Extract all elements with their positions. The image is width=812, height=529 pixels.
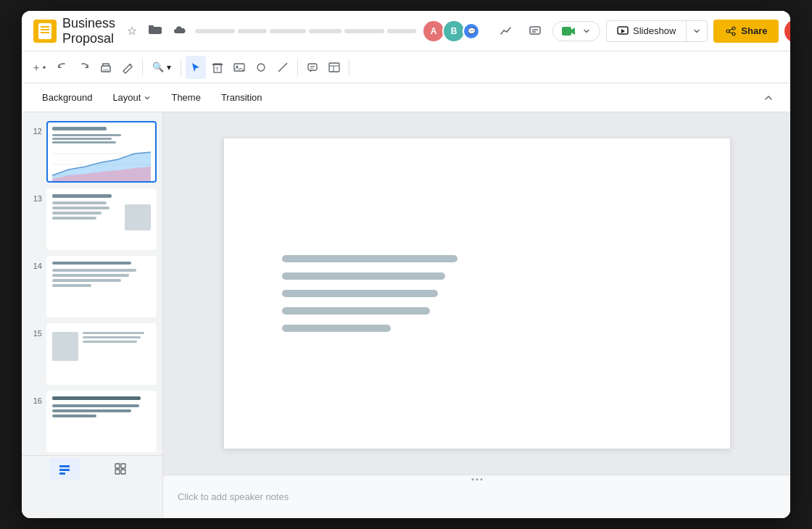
comment-tool[interactable] <box>302 56 323 79</box>
slides-panel-bottom <box>22 455 162 481</box>
slides-panel: 12 <box>22 112 163 518</box>
layout-button[interactable]: Layout <box>104 88 160 107</box>
toolbar-divider-4 <box>349 59 349 76</box>
toolbar-divider-3 <box>297 59 298 76</box>
svg-point-8 <box>726 30 729 33</box>
notes-drag-handle[interactable] <box>468 475 485 483</box>
slide-content-line-3 <box>282 290 438 297</box>
shape-tool[interactable] <box>251 56 271 79</box>
slide-item-13[interactable]: 13 <box>22 186 162 253</box>
undo-button[interactable] <box>52 56 72 79</box>
slide-thumbnail-12[interactable] <box>46 121 157 183</box>
list-view-button[interactable] <box>49 458 80 480</box>
svg-line-20 <box>278 63 287 72</box>
editing-toolbar: + <box>22 51 790 83</box>
svg-line-10 <box>729 29 732 30</box>
menu-pill-file <box>195 29 235 33</box>
transition-button[interactable]: Transition <box>212 88 271 107</box>
share-button[interactable]: Share <box>713 20 779 43</box>
svg-rect-2 <box>530 27 540 34</box>
print-button[interactable] <box>96 56 116 79</box>
slide-item-14[interactable]: 14 <box>22 253 162 320</box>
layout-tool[interactable] <box>324 56 344 79</box>
zoom-select[interactable]: 🔍 ▾ <box>147 58 176 76</box>
svg-point-7 <box>732 27 735 30</box>
text-tool[interactable]: T <box>207 56 228 79</box>
svg-rect-36 <box>121 470 125 474</box>
slide-15-image <box>52 332 78 361</box>
redo-button[interactable] <box>74 56 94 79</box>
slide-number-12: 12 <box>28 127 42 136</box>
svg-rect-1 <box>149 25 154 28</box>
meet-button[interactable] <box>552 21 600 41</box>
slide-thumbnail-15[interactable] <box>46 323 157 385</box>
collapse-panel-button[interactable] <box>758 86 779 109</box>
svg-text:T: T <box>215 66 219 72</box>
slide-13-image <box>125 204 151 230</box>
slide-number-13: 13 <box>28 194 42 203</box>
svg-line-11 <box>729 32 732 33</box>
slide-view: Click to add speaker notes <box>163 112 790 518</box>
header-actions: Slideshow Share <box>494 20 790 43</box>
toolbar-divider-1 <box>142 59 143 76</box>
background-button[interactable]: Background <box>33 88 101 107</box>
toolbar-divider-2 <box>181 59 181 76</box>
slide-item-12[interactable]: 12 <box>22 118 162 186</box>
svg-point-19 <box>257 64 265 71</box>
svg-rect-32 <box>59 472 65 475</box>
avatar-chat-badge[interactable]: 💬 <box>463 22 480 40</box>
slide-item-16[interactable]: 16 <box>22 388 162 455</box>
svg-rect-30 <box>59 465 70 467</box>
svg-rect-34 <box>121 464 125 468</box>
slide-content-line-2 <box>282 272 446 280</box>
doc-title: Business Proposal <box>62 16 115 46</box>
analytics-icon-btn[interactable] <box>494 20 518 43</box>
line-tool[interactable] <box>273 56 293 79</box>
slide-content-line-5 <box>282 325 392 332</box>
share-label: Share <box>741 25 767 36</box>
slide-item-15[interactable]: 15 <box>22 320 162 388</box>
slide-canvas[interactable] <box>223 138 731 449</box>
slide-number-16: 16 <box>28 396 42 405</box>
grid-view-button[interactable] <box>105 458 136 480</box>
image-tool[interactable] <box>229 56 249 79</box>
slide-thumbnail-16[interactable] <box>46 391 157 452</box>
slide-canvas-area[interactable] <box>163 112 790 475</box>
speaker-notes-area[interactable]: Click to add speaker notes <box>163 475 790 518</box>
star-icon[interactable]: ☆ <box>124 21 140 41</box>
menu-pill-edit <box>238 29 267 33</box>
main-content: 12 <box>22 112 790 518</box>
svg-rect-24 <box>329 63 339 72</box>
slide-thumbnail-13[interactable] <box>46 188 157 250</box>
app-window: Business Proposal ☆ A B 💬 <box>22 11 790 518</box>
menu-pills <box>195 29 416 33</box>
svg-rect-13 <box>103 69 109 72</box>
menu-pill-tools <box>387 29 416 33</box>
menu-pill-format <box>344 29 384 33</box>
comment-icon-btn[interactable] <box>523 20 547 43</box>
svg-rect-0 <box>149 27 162 34</box>
slideshow-main-action[interactable]: Slideshow <box>607 21 687 41</box>
theme-button[interactable]: Theme <box>162 88 209 107</box>
slide-number-14: 14 <box>28 262 42 270</box>
slide-number-15: 15 <box>28 329 42 338</box>
user-account-button[interactable]: U <box>784 20 790 43</box>
slide-12-chart <box>52 146 151 183</box>
slideshow-dropdown-arrow[interactable] <box>687 22 707 40</box>
slides-app-icon <box>33 20 57 43</box>
cursor-tool[interactable] <box>186 56 206 79</box>
title-bar: Business Proposal ☆ A B 💬 <box>22 11 790 51</box>
speaker-notes-placeholder[interactable]: Click to add speaker notes <box>178 491 289 502</box>
add-button[interactable]: + <box>30 56 51 79</box>
format-toolbar: Background Layout Theme Transition <box>22 83 790 112</box>
cloud-save-icon[interactable] <box>170 22 189 40</box>
slide-thumbnail-14[interactable] <box>46 256 157 317</box>
menu-pill-view <box>270 29 306 33</box>
svg-rect-21 <box>308 64 317 70</box>
paint-format-button[interactable] <box>117 56 138 79</box>
slide-content-line-1 <box>282 255 457 262</box>
slideshow-button[interactable]: Slideshow <box>606 20 708 42</box>
collaborator-avatars: A B 💬 <box>422 20 480 43</box>
folder-icon[interactable] <box>146 22 165 40</box>
menu-pill-insert <box>309 29 341 33</box>
